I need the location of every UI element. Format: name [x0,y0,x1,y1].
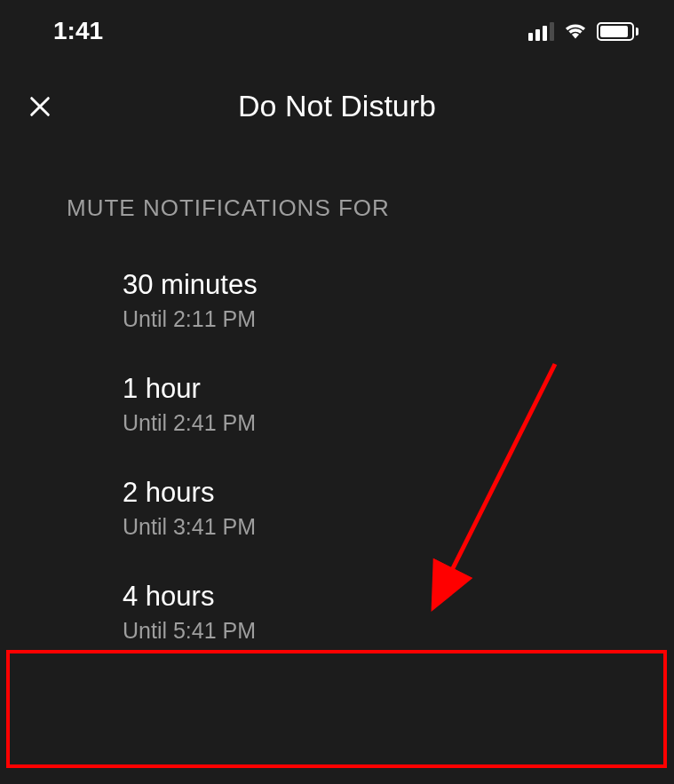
close-button[interactable] [22,89,58,124]
status-time: 1:41 [53,17,103,45]
section-header: MUTE NOTIFICATIONS FOR [0,141,674,249]
option-subtitle: Until 2:41 PM [123,410,647,436]
option-subtitle: Until 5:41 PM [123,618,647,644]
signal-icon [528,21,554,41]
option-4-hours[interactable]: 4 hours Until 5:41 PM [0,560,674,664]
battery-icon [597,22,638,41]
option-30-minutes[interactable]: 30 minutes Until 2:11 PM [0,249,674,352]
status-icons [528,20,638,43]
page-title: Do Not Disturb [27,89,647,123]
close-icon [28,94,52,119]
option-title: 2 hours [123,477,647,509]
wifi-icon [563,20,588,43]
option-subtitle: Until 3:41 PM [123,514,647,540]
option-title: 30 minutes [123,269,647,301]
status-bar: 1:41 [0,0,674,53]
option-subtitle: Until 2:11 PM [123,306,647,332]
option-2-hours[interactable]: 2 hours Until 3:41 PM [0,456,674,560]
annotation-highlight-box [6,650,667,768]
option-1-hour[interactable]: 1 hour Until 2:41 PM [0,352,674,456]
option-title: 4 hours [123,581,647,613]
option-title: 1 hour [123,373,647,405]
header: Do Not Disturb [0,53,674,141]
options-list: 30 minutes Until 2:11 PM 1 hour Until 2:… [0,249,674,664]
